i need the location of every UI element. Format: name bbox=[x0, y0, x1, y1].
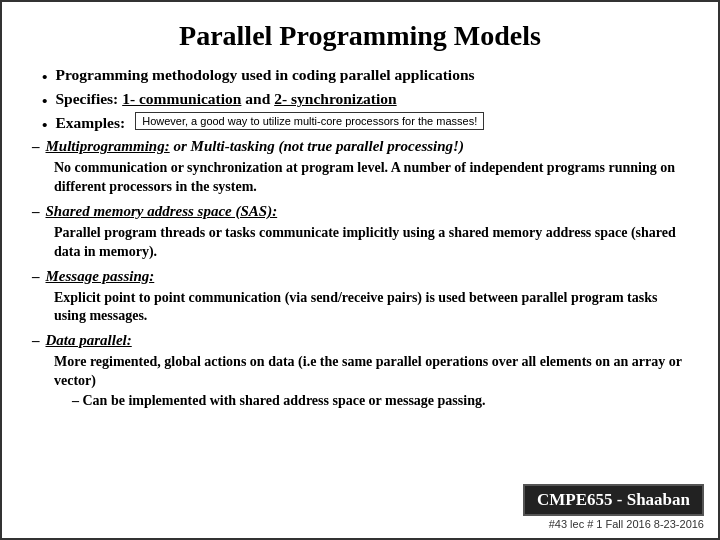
bullet-dot-1: • bbox=[42, 68, 47, 86]
examples-row: Examples: However, a good way to utilize… bbox=[55, 114, 688, 132]
dash-1: – bbox=[32, 138, 40, 155]
ex1-body: No communication or synchronization at p… bbox=[54, 159, 688, 197]
ex3-body: Explicit point to point communication (v… bbox=[54, 289, 688, 327]
footer-footnote: #43 lec # 1 Fall 2016 8-23-2016 bbox=[549, 518, 704, 530]
footer-badge: CMPE655 - Shaaban bbox=[523, 484, 704, 516]
dash-4: – bbox=[32, 332, 40, 349]
bullet-item-2: • Specifies: 1- communication and 2- syn… bbox=[42, 90, 688, 110]
ex4-body: More regimented, global actions on data … bbox=[54, 353, 688, 391]
dash-2: – bbox=[32, 203, 40, 220]
example-item-3: – Message passing: bbox=[32, 268, 688, 285]
bullet-dot-2: • bbox=[42, 92, 47, 110]
bullet-text-2: Specifies: 1- communication and 2- synch… bbox=[55, 90, 688, 108]
examples-list: – Multiprogramming: or Multi-tasking (no… bbox=[32, 138, 688, 411]
bullet-text-1: Programming methodology used in coding p… bbox=[55, 66, 688, 84]
footer-right: CMPE655 - Shaaban #43 lec # 1 Fall 2016 … bbox=[523, 484, 704, 530]
ex4-sub: – Can be implemented with shared address… bbox=[72, 392, 688, 411]
ex2-title: Shared memory address space (SAS): bbox=[46, 203, 278, 220]
example-3-body-row: Explicit point to point communication (v… bbox=[32, 289, 688, 327]
slide: Parallel Programming Models • Programmin… bbox=[0, 0, 720, 540]
ex1-title-italic: Multiprogramming: bbox=[46, 138, 170, 154]
example-1-body-row: No communication or synchronization at p… bbox=[32, 159, 688, 197]
ex3-title: Message passing: bbox=[46, 268, 155, 285]
slide-title: Parallel Programming Models bbox=[32, 20, 688, 52]
example-2-body-row: Parallel program threads or tasks commun… bbox=[32, 224, 688, 262]
example-item-2: – Shared memory address space (SAS): bbox=[32, 203, 688, 220]
tooltip-box: However, a good way to utilize multi-cor… bbox=[135, 112, 484, 130]
example-item-1: – Multiprogramming: or Multi-tasking (no… bbox=[32, 138, 688, 155]
synchronization-text: 2- synchronization bbox=[274, 90, 396, 107]
dash-3: – bbox=[32, 268, 40, 285]
communication-text: 1- communication bbox=[122, 90, 241, 107]
example-4-body-row: More regimented, global actions on data … bbox=[32, 353, 688, 411]
ex4-title: Data parallel: bbox=[46, 332, 132, 349]
example-1-content: Multiprogramming: or Multi-tasking (not … bbox=[46, 138, 464, 155]
bullet-text-3: Examples: However, a good way to utilize… bbox=[55, 114, 688, 132]
main-bullet-list: • Programming methodology used in coding… bbox=[42, 66, 688, 134]
specifies-prefix: Specifies: bbox=[55, 90, 122, 107]
ex1-title-rest: or Multi-tasking (not true parallel proc… bbox=[170, 138, 464, 154]
bullet-item-1: • Programming methodology used in coding… bbox=[42, 66, 688, 86]
ex2-body: Parallel program threads or tasks commun… bbox=[54, 224, 688, 262]
bullet-item-3: • Examples: However, a good way to utili… bbox=[42, 114, 688, 134]
example-item-4: – Data parallel: bbox=[32, 332, 688, 349]
and-text: and bbox=[241, 90, 274, 107]
bullet-dot-3: • bbox=[42, 116, 47, 134]
footer: CMPE655 - Shaaban #43 lec # 1 Fall 2016 … bbox=[2, 484, 718, 530]
examples-label: Examples: bbox=[55, 114, 125, 132]
ex4-body-container: More regimented, global actions on data … bbox=[54, 353, 688, 411]
